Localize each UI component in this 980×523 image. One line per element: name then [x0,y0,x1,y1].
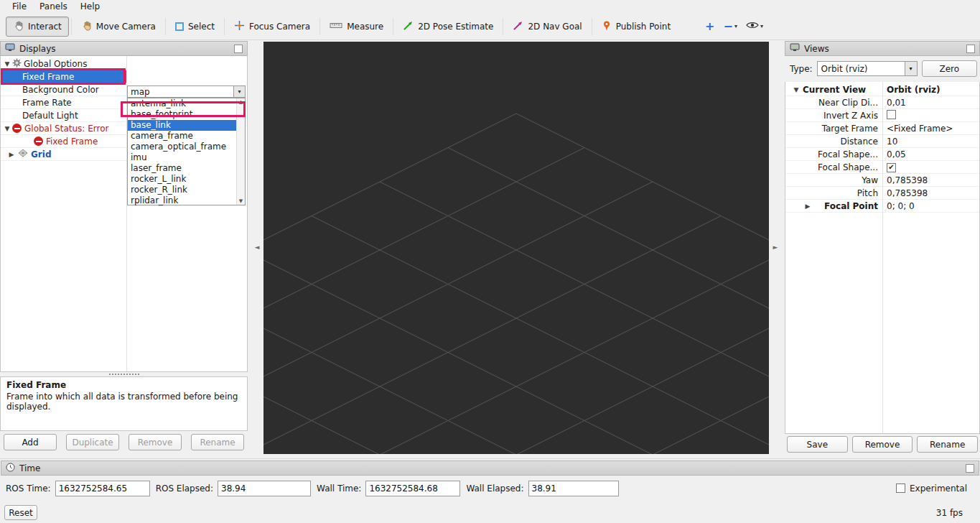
ros-time-input[interactable] [55,481,150,496]
zoom-in-button[interactable]: + [701,19,719,34]
view-type-label: Type: [790,64,813,74]
scroll-down-icon[interactable]: ▼ [239,198,243,205]
collapse-right-panel-icon[interactable]: ► [771,241,780,254]
expander-down-icon[interactable]: ▼ [4,125,11,132]
float-panel-button[interactable] [966,464,974,473]
prop-value[interactable]: 0; 0; 0 [882,201,915,211]
wall-elapsed-input[interactable] [528,481,619,496]
combobox-dropdown-button[interactable]: ▾ [233,86,245,97]
dropdown-option[interactable]: rocker_R_link [128,185,245,195]
nav-goal-tool-button[interactable]: 2D Nav Goal [505,17,589,37]
pose-estimate-tool-button[interactable]: 2D Pose Estimate [396,17,500,37]
map-pin-icon [602,20,612,33]
dropdown-option-selected[interactable]: base_link [128,120,245,131]
float-panel-button[interactable] [966,45,975,53]
move-camera-tool-button[interactable]: Move Camera [74,17,163,37]
dropdown-scrollbar[interactable]: ▲ ▼ [236,98,245,205]
time-panel-title: Time [19,463,961,473]
reset-button[interactable]: Reset [4,505,37,520]
tree-row-grid[interactable]: ▶ Grid [1,148,126,161]
views-panel-header: Views [785,41,980,56]
ros-time-label: ROS Time: [6,483,51,494]
tree-row-label: Fixed Frame [46,136,98,147]
dropdown-option[interactable]: rplidar_link [128,195,245,206]
tree-row-global-options[interactable]: ▼ Global Options [1,57,126,70]
add-button[interactable]: Add [4,434,57,450]
toolbar-separator [71,18,72,35]
toolbar-separator [393,18,393,35]
prop-name: Pitch [785,188,882,198]
dropdown-option[interactable]: camera_frame [128,131,245,142]
save-button[interactable]: Save [787,436,848,453]
prop-value[interactable]: 0,785398 [882,188,928,198]
menu-file[interactable]: File [6,1,33,12]
collapse-left-panel-icon[interactable]: ◄ [253,241,261,254]
invert-z-checkbox[interactable] [887,110,896,119]
tree-row-status-fixed-frame[interactable]: Fixed Frame [1,135,126,148]
ros-elapsed-input[interactable] [218,481,311,496]
tree-row-label: Frame Rate [22,98,72,108]
plus-icon: + [705,22,714,32]
dropdown-option[interactable]: antenna_link [128,98,245,109]
measure-tool-button[interactable]: Measure [322,17,391,37]
prop-value[interactable]: 0,05 [882,149,906,159]
remove-view-button[interactable]: Remove [852,436,913,453]
prop-value[interactable]: 0,785398 [882,175,928,185]
select-tool-label: Select [188,22,215,32]
expander-right-icon[interactable]: ▶ [8,151,15,158]
remove-button[interactable]: Remove [129,434,182,450]
experimental-checkbox[interactable] [896,483,905,493]
expander-down-icon[interactable]: ▼ [793,86,800,93]
render-options-button[interactable]: ▾ [742,19,767,34]
column-divider[interactable] [882,82,883,433]
tree-row-global-status[interactable]: ▼ Global Status: Error [1,122,144,135]
view-type-combobox[interactable]: Orbit (rviz) ▾ [817,61,918,76]
scroll-up-icon[interactable]: ▲ [239,98,243,106]
combobox-dropdown-button[interactable]: ▾ [905,62,917,75]
wall-time-input[interactable] [365,481,460,496]
measure-tool-label: Measure [347,22,383,32]
float-panel-button[interactable] [234,45,243,53]
prop-name: Near Clip Di... [785,98,882,108]
dropdown-option[interactable]: camera_optical_frame [128,142,245,152]
prop-value: ✔ [882,162,896,172]
ros-elapsed-field: ROS Elapsed: [156,481,311,496]
focus-camera-tool-button[interactable]: Focus Camera [227,17,317,37]
prop-value[interactable]: 0,01 [882,98,906,108]
expander-down-icon[interactable]: ▼ [4,60,11,68]
focal-shape-checkbox[interactable]: ✔ [887,163,896,172]
tree-row-fixed-frame[interactable]: Fixed Frame [1,70,126,83]
dropdown-option[interactable]: base_footprint [128,109,245,120]
menu-panels[interactable]: Panels [33,1,74,12]
prop-value[interactable]: <Fixed Frame> [882,124,953,134]
rename-view-button[interactable]: Rename [917,436,978,453]
views-panel-title: Views [804,44,962,54]
tree-row-default-light[interactable]: Default Light [1,109,126,122]
prop-value[interactable]: 10 [882,136,897,147]
tree-row-background-color[interactable]: Background Color [1,83,126,96]
dropdown-option[interactable]: rocker_L_link [128,174,245,185]
render-viewport-3d[interactable] [263,42,769,454]
pose-estimate-tool-label: 2D Pose Estimate [418,22,493,32]
dropdown-option[interactable]: imu [128,152,245,163]
experimental-field: Experimental [896,483,980,494]
ros-time-field: ROS Time: [6,481,150,496]
select-tool-button[interactable]: Select [168,17,222,37]
expander-right-icon[interactable]: ▶ [804,203,811,210]
zoom-out-button[interactable]: − ▾ [719,19,742,34]
fixed-frame-combobox[interactable]: map ▾ [127,85,246,98]
fixed-frame-dropdown-list: antenna_link base_footprint base_link ca… [127,98,246,205]
dropdown-option[interactable]: laser_frame [128,163,245,174]
tree-row-label: Background Color [22,85,99,95]
duplicate-button[interactable]: Duplicate [66,434,119,450]
fps-counter: 31 fps [936,508,976,518]
property-help-box: Fixed Frame Frame into which all data is… [0,376,248,431]
tree-row-frame-rate[interactable]: Frame Rate [1,96,126,109]
displays-panel: Displays ▼ Global Options Fixed Frame Ba… [0,41,248,456]
interact-tool-button[interactable]: Interact [6,17,69,37]
rename-button[interactable]: Rename [191,434,244,450]
zero-button[interactable]: Zero [922,60,977,77]
grid-icon [18,149,28,159]
publish-point-tool-button[interactable]: Publish Point [594,17,678,37]
menu-help[interactable]: Help [74,1,106,12]
